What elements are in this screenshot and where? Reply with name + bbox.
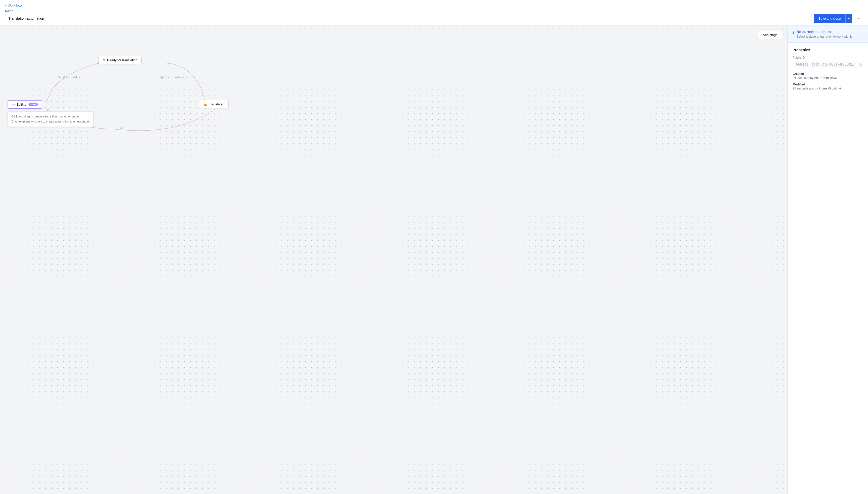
name-label: Name bbox=[5, 9, 863, 13]
no-selection-desc: Select a stage or transition to work wit… bbox=[797, 35, 852, 38]
save-btn-group: Save and close ▾ bbox=[814, 14, 852, 23]
workflow-name-input[interactable] bbox=[5, 14, 812, 23]
arrows-svg bbox=[0, 26, 787, 494]
no-selection-content: No current selection Select a stage or t… bbox=[797, 30, 852, 38]
editing-label: Editing bbox=[16, 102, 26, 106]
tooltip-line1: Click and drag to create a transition to… bbox=[11, 114, 90, 119]
workflow-canvas[interactable]: Add stage ✏ Editing start ⚑ Ready for tr… bbox=[0, 26, 787, 494]
start-badge: start bbox=[28, 102, 38, 106]
save-button[interactable]: Save and close bbox=[814, 14, 845, 23]
transition-send: Send for translation bbox=[58, 76, 83, 79]
name-row: Save and close ▾ ⋯ bbox=[5, 14, 863, 23]
right-panel: ℹ No current selection Select a stage or… bbox=[787, 26, 868, 494]
chevron-down-icon: ▾ bbox=[848, 17, 850, 20]
no-selection-title: No current selection bbox=[797, 30, 852, 34]
translated-label: Translated bbox=[209, 102, 224, 106]
copy-id-button[interactable]: ⧉ bbox=[859, 61, 863, 68]
drag-tooltip: Click and drag to create a transition to… bbox=[7, 111, 94, 127]
tooltip-line2: Drag to an empty space to create a trans… bbox=[11, 119, 90, 124]
ready-icon: ⚑ bbox=[102, 58, 105, 62]
stage-ready[interactable]: ⚑ Ready for translation bbox=[98, 56, 142, 64]
properties-section: Properties Public ID ⧉ Created 26 Jun 20… bbox=[788, 43, 868, 98]
save-chevron-button[interactable]: ▾ bbox=[845, 14, 852, 23]
stage-editing[interactable]: ✏ Editing start bbox=[7, 100, 42, 109]
properties-title: Properties bbox=[793, 48, 863, 52]
editing-icon: ✏ bbox=[12, 102, 15, 106]
main-area: Add stage ✏ Editing start ⚑ Ready for tr… bbox=[0, 26, 868, 494]
top-bar: « Workflows Name Save and close ▾ ⋯ bbox=[0, 0, 868, 26]
modified-label: Modified bbox=[793, 83, 863, 86]
created-value: 26 Jun 2024 by Artem Miroshnyk bbox=[793, 76, 863, 80]
stage-translated[interactable]: 🔒 Translated bbox=[199, 100, 229, 108]
more-options-button[interactable]: ⋯ bbox=[854, 16, 863, 21]
translated-icon: 🔒 bbox=[204, 102, 208, 106]
public-id-input bbox=[793, 61, 857, 68]
public-id-row: ⧉ bbox=[793, 61, 863, 68]
public-id-label: Public ID bbox=[793, 56, 863, 59]
back-link[interactable]: « Workflows bbox=[5, 3, 23, 7]
transition-edit: Edit bbox=[118, 127, 123, 130]
modified-value: 25 seconds ago by Artem Miroshnyk bbox=[793, 87, 863, 90]
info-icon: ℹ bbox=[793, 30, 794, 35]
modified-block: Modified 25 seconds ago by Artem Miroshn… bbox=[793, 83, 863, 90]
transition-approve: Approve translations bbox=[160, 76, 187, 79]
ready-label: Ready for translation bbox=[107, 58, 137, 62]
created-block: Created 26 Jun 2024 by Artem Miroshnyk bbox=[793, 72, 863, 80]
no-selection-box: ℹ No current selection Select a stage or… bbox=[788, 26, 868, 43]
add-stage-button[interactable]: Add stage bbox=[758, 31, 782, 39]
created-label: Created bbox=[793, 72, 863, 76]
